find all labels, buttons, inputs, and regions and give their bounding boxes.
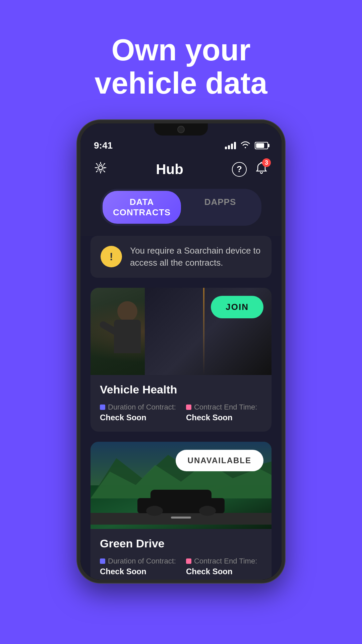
phone-notch xyxy=(154,123,208,136)
duration-dot xyxy=(100,405,105,410)
tab-dapps[interactable]: DAPPS xyxy=(181,191,259,224)
main-content: ! You require a Soarchain device to acce… xyxy=(80,236,282,580)
gd-end-time-item: Contract End Time: Check Soon xyxy=(186,557,257,576)
vehicle-health-title: Vehicle Health xyxy=(100,383,262,396)
status-time: 9:41 xyxy=(94,140,113,151)
gd-end-time-label: Contract End Time: xyxy=(194,557,257,566)
join-button[interactable]: JOIN xyxy=(211,296,263,318)
gd-duration-label: Duration of Contract: xyxy=(108,557,176,566)
end-time-dot xyxy=(186,405,191,410)
vehicle-health-image: JOIN xyxy=(90,288,272,375)
tab-data-contracts[interactable]: DATA CONTRACTS xyxy=(103,191,181,224)
gd-end-time-dot xyxy=(186,558,191,564)
end-time-item: Contract End Time: Check Soon xyxy=(186,403,257,422)
settings-icon[interactable] xyxy=(94,161,107,177)
duration-label: Duration of Contract: xyxy=(108,403,176,412)
end-time-value: Check Soon xyxy=(186,413,257,422)
notification-badge: 3 xyxy=(262,158,271,167)
app-header: Hub ? 3 xyxy=(80,154,282,185)
warning-text: You require a Soarchain device to access… xyxy=(130,245,261,269)
duration-value: Check Soon xyxy=(100,413,176,422)
svg-point-0 xyxy=(99,166,103,170)
phone-device: 9:41 xyxy=(77,120,285,583)
gd-end-time-value: Check Soon xyxy=(186,567,257,576)
help-icon[interactable]: ? xyxy=(232,162,247,177)
vehicle-health-meta: Duration of Contract: Check Soon Contrac… xyxy=(100,403,262,422)
green-drive-meta: Duration of Contract: Check Soon Contrac… xyxy=(100,557,262,576)
phone-screen: 9:41 xyxy=(80,123,282,580)
warning-icon: ! xyxy=(101,246,122,267)
green-drive-card: UNAVAILABLE Green Drive Duration of Cont… xyxy=(90,442,272,580)
duration-item: Duration of Contract: Check Soon xyxy=(100,403,176,422)
notifications-button[interactable]: 3 xyxy=(255,161,268,177)
green-drive-info: Green Drive Duration of Contract: Check … xyxy=(90,529,272,580)
battery-icon xyxy=(255,142,268,149)
tab-bar: DATA CONTRACTS DAPPS xyxy=(101,189,261,226)
hero-text: Own your vehicle data xyxy=(68,34,294,100)
gd-duration-item: Duration of Contract: Check Soon xyxy=(100,557,176,576)
unavailable-button[interactable]: UNAVAILABLE xyxy=(176,450,263,471)
header-title: Hub xyxy=(156,161,183,177)
wifi-icon xyxy=(241,141,250,150)
tab-container: DATA CONTRACTS DAPPS xyxy=(80,185,282,236)
green-drive-title: Green Drive xyxy=(100,537,262,550)
green-drive-image: UNAVAILABLE xyxy=(90,442,272,529)
gd-duration-dot xyxy=(100,558,105,564)
vehicle-health-card: JOIN Vehicle Health Duration of Contract… xyxy=(90,288,272,432)
vehicle-health-info: Vehicle Health Duration of Contract: Che… xyxy=(90,375,272,432)
signal-icon xyxy=(225,142,236,149)
status-icons xyxy=(225,141,268,150)
warning-banner: ! You require a Soarchain device to acce… xyxy=(90,236,272,278)
header-actions: ? 3 xyxy=(232,161,268,177)
end-time-label: Contract End Time: xyxy=(194,403,257,412)
gd-duration-value: Check Soon xyxy=(100,567,176,576)
